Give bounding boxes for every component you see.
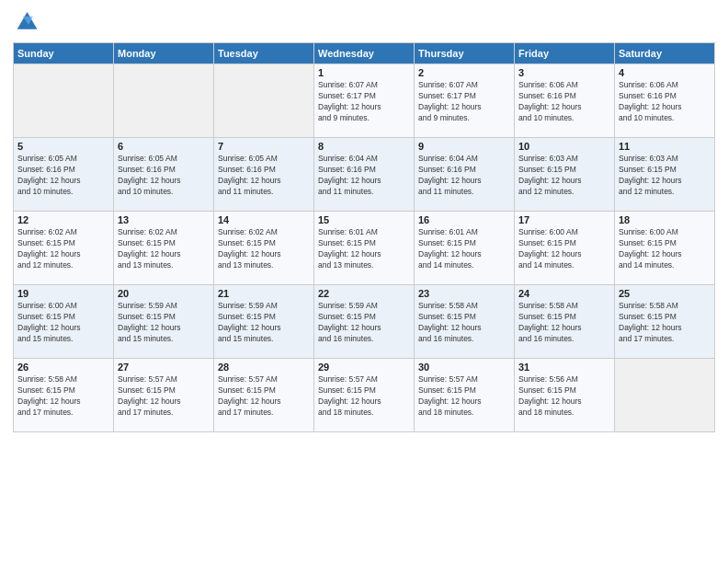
day-number: 7 bbox=[218, 141, 310, 152]
calendar-cell: 21Sunrise: 5:59 AM Sunset: 6:15 PM Dayli… bbox=[214, 285, 314, 359]
day-info: Sunrise: 5:56 AM Sunset: 6:15 PM Dayligh… bbox=[518, 374, 610, 419]
day-number: 18 bbox=[619, 214, 711, 225]
calendar-cell: 24Sunrise: 5:58 AM Sunset: 6:15 PM Dayli… bbox=[515, 285, 615, 359]
calendar-cell: 28Sunrise: 5:57 AM Sunset: 6:15 PM Dayli… bbox=[214, 359, 314, 432]
calendar-week-row: 12Sunrise: 6:02 AM Sunset: 6:15 PM Dayli… bbox=[14, 212, 715, 285]
day-number: 3 bbox=[518, 67, 610, 78]
calendar-cell: 4Sunrise: 6:06 AM Sunset: 6:16 PM Daylig… bbox=[615, 64, 715, 138]
day-number: 8 bbox=[318, 141, 410, 152]
calendar-cell: 2Sunrise: 6:07 AM Sunset: 6:17 PM Daylig… bbox=[415, 64, 515, 138]
day-info: Sunrise: 6:01 AM Sunset: 6:15 PM Dayligh… bbox=[418, 227, 510, 271]
day-number: 6 bbox=[118, 141, 210, 152]
day-info: Sunrise: 6:02 AM Sunset: 6:15 PM Dayligh… bbox=[218, 227, 310, 271]
day-info: Sunrise: 6:07 AM Sunset: 6:17 PM Dayligh… bbox=[318, 80, 410, 124]
day-number: 4 bbox=[619, 67, 711, 78]
page-container: SundayMondayTuesdayWednesdayThursdayFrid… bbox=[0, 0, 728, 442]
weekday-header-wednesday: Wednesday bbox=[314, 43, 415, 64]
calendar-cell bbox=[615, 359, 715, 432]
day-info: Sunrise: 5:58 AM Sunset: 6:15 PM Dayligh… bbox=[518, 301, 610, 345]
day-info: Sunrise: 6:03 AM Sunset: 6:15 PM Dayligh… bbox=[619, 154, 711, 198]
calendar-cell: 13Sunrise: 6:02 AM Sunset: 6:15 PM Dayli… bbox=[114, 212, 214, 285]
weekday-header-thursday: Thursday bbox=[415, 43, 515, 64]
day-info: Sunrise: 6:04 AM Sunset: 6:16 PM Dayligh… bbox=[318, 154, 410, 198]
weekday-header-tuesday: Tuesday bbox=[214, 43, 314, 64]
day-number: 25 bbox=[619, 288, 711, 299]
day-info: Sunrise: 6:02 AM Sunset: 6:15 PM Dayligh… bbox=[118, 227, 210, 271]
logo bbox=[13, 9, 42, 35]
day-number: 17 bbox=[518, 214, 610, 225]
day-info: Sunrise: 5:59 AM Sunset: 6:15 PM Dayligh… bbox=[318, 301, 410, 345]
calendar-cell: 12Sunrise: 6:02 AM Sunset: 6:15 PM Dayli… bbox=[14, 212, 114, 285]
day-number: 21 bbox=[218, 288, 310, 299]
calendar-cell: 15Sunrise: 6:01 AM Sunset: 6:15 PM Dayli… bbox=[314, 212, 415, 285]
day-info: Sunrise: 5:57 AM Sunset: 6:15 PM Dayligh… bbox=[418, 374, 510, 419]
day-number: 2 bbox=[418, 67, 510, 78]
calendar-cell: 6Sunrise: 6:05 AM Sunset: 6:16 PM Daylig… bbox=[114, 138, 214, 212]
calendar-week-row: 26Sunrise: 5:58 AM Sunset: 6:15 PM Dayli… bbox=[14, 359, 715, 432]
day-number: 5 bbox=[17, 141, 109, 152]
day-info: Sunrise: 6:04 AM Sunset: 6:16 PM Dayligh… bbox=[418, 154, 510, 198]
day-number: 11 bbox=[619, 141, 711, 152]
calendar-cell: 18Sunrise: 6:00 AM Sunset: 6:15 PM Dayli… bbox=[615, 212, 715, 285]
day-info: Sunrise: 6:05 AM Sunset: 6:16 PM Dayligh… bbox=[118, 154, 210, 198]
weekday-header-sunday: Sunday bbox=[14, 43, 114, 64]
calendar-table: SundayMondayTuesdayWednesdayThursdayFrid… bbox=[13, 42, 715, 432]
calendar-cell: 7Sunrise: 6:05 AM Sunset: 6:16 PM Daylig… bbox=[214, 138, 314, 212]
calendar-cell bbox=[114, 64, 214, 138]
calendar-cell bbox=[14, 64, 114, 138]
day-info: Sunrise: 6:05 AM Sunset: 6:16 PM Dayligh… bbox=[17, 154, 109, 198]
page-header bbox=[13, 9, 715, 35]
day-number: 1 bbox=[318, 67, 410, 78]
day-number: 29 bbox=[318, 362, 410, 373]
day-info: Sunrise: 5:58 AM Sunset: 6:15 PM Dayligh… bbox=[17, 374, 109, 419]
calendar-cell: 19Sunrise: 6:00 AM Sunset: 6:15 PM Dayli… bbox=[14, 285, 114, 359]
day-number: 30 bbox=[418, 362, 510, 373]
calendar-cell bbox=[214, 64, 314, 138]
day-number: 31 bbox=[518, 362, 610, 373]
day-number: 15 bbox=[318, 214, 410, 225]
day-info: Sunrise: 6:06 AM Sunset: 6:16 PM Dayligh… bbox=[518, 80, 610, 124]
calendar-cell: 10Sunrise: 6:03 AM Sunset: 6:15 PM Dayli… bbox=[515, 138, 615, 212]
calendar-cell: 29Sunrise: 5:57 AM Sunset: 6:15 PM Dayli… bbox=[314, 359, 415, 432]
calendar-cell: 8Sunrise: 6:04 AM Sunset: 6:16 PM Daylig… bbox=[314, 138, 415, 212]
calendar-cell: 9Sunrise: 6:04 AM Sunset: 6:16 PM Daylig… bbox=[415, 138, 515, 212]
day-info: Sunrise: 5:58 AM Sunset: 6:15 PM Dayligh… bbox=[619, 301, 711, 345]
calendar-cell: 27Sunrise: 5:57 AM Sunset: 6:15 PM Dayli… bbox=[114, 359, 214, 432]
day-info: Sunrise: 5:58 AM Sunset: 6:15 PM Dayligh… bbox=[418, 301, 510, 345]
day-number: 9 bbox=[418, 141, 510, 152]
calendar-cell: 20Sunrise: 5:59 AM Sunset: 6:15 PM Dayli… bbox=[114, 285, 214, 359]
day-number: 19 bbox=[17, 288, 109, 299]
weekday-header-saturday: Saturday bbox=[615, 43, 715, 64]
calendar-cell: 23Sunrise: 5:58 AM Sunset: 6:15 PM Dayli… bbox=[415, 285, 515, 359]
calendar-cell: 16Sunrise: 6:01 AM Sunset: 6:15 PM Dayli… bbox=[415, 212, 515, 285]
calendar-cell: 30Sunrise: 5:57 AM Sunset: 6:15 PM Dayli… bbox=[415, 359, 515, 432]
calendar-week-row: 5Sunrise: 6:05 AM Sunset: 6:16 PM Daylig… bbox=[14, 138, 715, 212]
day-info: Sunrise: 6:03 AM Sunset: 6:15 PM Dayligh… bbox=[518, 154, 610, 198]
day-info: Sunrise: 6:01 AM Sunset: 6:15 PM Dayligh… bbox=[318, 227, 410, 271]
day-info: Sunrise: 6:00 AM Sunset: 6:15 PM Dayligh… bbox=[619, 227, 711, 271]
day-info: Sunrise: 6:06 AM Sunset: 6:16 PM Dayligh… bbox=[619, 80, 711, 124]
calendar-cell: 26Sunrise: 5:58 AM Sunset: 6:15 PM Dayli… bbox=[14, 359, 114, 432]
calendar-header-row: SundayMondayTuesdayWednesdayThursdayFrid… bbox=[14, 43, 715, 64]
day-number: 10 bbox=[518, 141, 610, 152]
day-number: 20 bbox=[118, 288, 210, 299]
calendar-week-row: 19Sunrise: 6:00 AM Sunset: 6:15 PM Dayli… bbox=[14, 285, 715, 359]
calendar-cell: 1Sunrise: 6:07 AM Sunset: 6:17 PM Daylig… bbox=[314, 64, 415, 138]
day-info: Sunrise: 6:00 AM Sunset: 6:15 PM Dayligh… bbox=[17, 301, 109, 345]
day-info: Sunrise: 6:02 AM Sunset: 6:15 PM Dayligh… bbox=[17, 227, 109, 271]
calendar-cell: 14Sunrise: 6:02 AM Sunset: 6:15 PM Dayli… bbox=[214, 212, 314, 285]
day-info: Sunrise: 6:00 AM Sunset: 6:15 PM Dayligh… bbox=[518, 227, 610, 271]
day-info: Sunrise: 5:57 AM Sunset: 6:15 PM Dayligh… bbox=[318, 374, 410, 419]
day-info: Sunrise: 5:59 AM Sunset: 6:15 PM Dayligh… bbox=[118, 301, 210, 345]
day-number: 23 bbox=[418, 288, 510, 299]
day-number: 14 bbox=[218, 214, 310, 225]
day-info: Sunrise: 5:57 AM Sunset: 6:15 PM Dayligh… bbox=[218, 374, 310, 419]
calendar-cell: 17Sunrise: 6:00 AM Sunset: 6:15 PM Dayli… bbox=[515, 212, 615, 285]
calendar-cell: 22Sunrise: 5:59 AM Sunset: 6:15 PM Dayli… bbox=[314, 285, 415, 359]
calendar-cell: 11Sunrise: 6:03 AM Sunset: 6:15 PM Dayli… bbox=[615, 138, 715, 212]
day-number: 13 bbox=[118, 214, 210, 225]
calendar-cell: 25Sunrise: 5:58 AM Sunset: 6:15 PM Dayli… bbox=[615, 285, 715, 359]
day-info: Sunrise: 5:57 AM Sunset: 6:15 PM Dayligh… bbox=[118, 374, 210, 419]
day-number: 28 bbox=[218, 362, 310, 373]
calendar-cell: 5Sunrise: 6:05 AM Sunset: 6:16 PM Daylig… bbox=[14, 138, 114, 212]
